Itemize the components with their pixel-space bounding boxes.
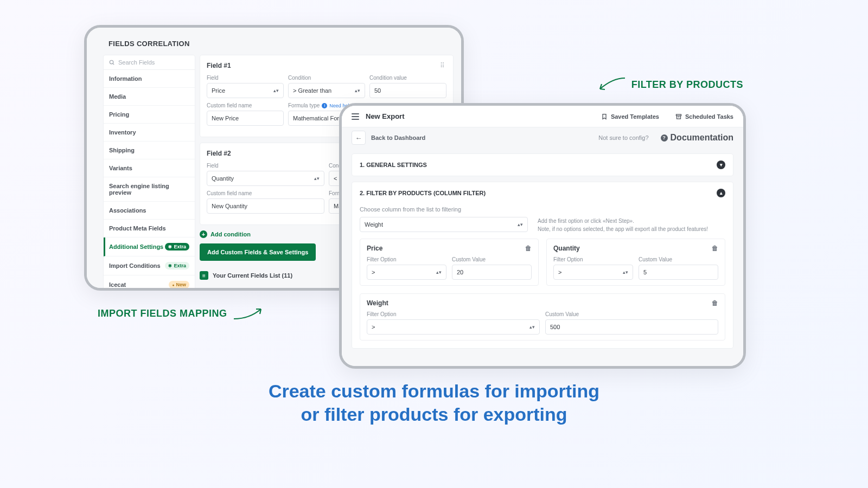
marketing-caption: Create custom formulas for importingor f…: [0, 380, 868, 426]
field-select[interactable]: Quantity▴▾: [207, 171, 324, 186]
svg-rect-4: [676, 114, 681, 116]
custom-field-name-input[interactable]: New Price: [207, 111, 284, 126]
fields-sidebar: Search Fields InformationMediaPricingInv…: [103, 55, 195, 288]
filter-products-section: 2. FILTER BY PRODUCTS (COLUMN FILTER) ▴ …: [352, 182, 733, 349]
new-export-panel: New Export Saved Templates Scheduled Tas…: [339, 103, 746, 369]
trash-icon[interactable]: 🗑: [525, 245, 532, 252]
sidebar-item-associations[interactable]: Associations: [104, 202, 195, 220]
chevron-updown-icon: ▴▾: [529, 325, 535, 330]
menu-icon[interactable]: [352, 113, 359, 120]
label-condition: Condition: [288, 75, 365, 81]
sidebar-item-inventory[interactable]: Inventory: [104, 124, 195, 142]
badge: Extra: [165, 262, 189, 269]
sidebar-item-label: Additional Settings: [109, 243, 163, 250]
label-custom-field-name: Custom field name: [207, 102, 284, 108]
label-field: Field: [207, 163, 324, 169]
sidebar-item-additional-settings[interactable]: Additional SettingsExtra: [104, 237, 195, 256]
sidebar-item-label: Information: [109, 75, 142, 82]
sidebar-item-media[interactable]: Media: [104, 88, 195, 106]
filter-note: Add the first option or click «Next Step…: [538, 217, 708, 233]
plus-icon: +: [200, 230, 207, 238]
chevron-updown-icon: ▴▾: [355, 88, 360, 93]
callout-filter-products: FILTER BY PRODUCTS: [597, 77, 743, 92]
documentation-link[interactable]: ?Documentation: [661, 133, 733, 143]
bookmark-icon: [601, 113, 608, 120]
back-button[interactable]: ←: [352, 131, 366, 145]
sidebar-item-import-conditions[interactable]: Import ConditionsExtra: [104, 256, 195, 275]
chevron-updown-icon: ▴▾: [314, 176, 320, 181]
badge: Extra: [165, 243, 189, 251]
arrow-icon: [597, 77, 626, 92]
field-select[interactable]: Price▴▾: [207, 83, 284, 98]
chevron-updown-icon: ▴▾: [623, 270, 628, 275]
filter-option-select[interactable]: >▴▾: [553, 265, 633, 280]
sidebar-item-shipping[interactable]: Shipping: [104, 142, 195, 159]
sidebar-item-icecat[interactable]: IcecatNew: [104, 275, 195, 288]
filter-products-header[interactable]: 2. FILTER BY PRODUCTS (COLUMN FILTER) ▴: [352, 182, 733, 204]
sidebar-item-label: Search engine listing preview: [109, 183, 189, 196]
chevron-down-icon: ▾: [717, 160, 725, 169]
page-title: New Export: [366, 112, 405, 120]
sidebar-item-label: Product Meta Fields: [109, 225, 166, 232]
label-filter-option: Filter Option: [367, 256, 446, 262]
sidebar-item-search-engine-listing-preview[interactable]: Search engine listing preview: [104, 177, 195, 202]
custom-value-input[interactable]: 5: [639, 265, 718, 280]
condition-select[interactable]: > Greater than▴▾: [288, 83, 365, 98]
svg-line-1: [113, 63, 114, 64]
column-select[interactable]: Weight▴▾: [360, 217, 528, 232]
badge: New: [169, 281, 189, 288]
label-filter-option: Filter Option: [367, 311, 540, 317]
panel-title: FIELDS CORRELATION: [108, 40, 190, 48]
trash-icon[interactable]: 🗑: [712, 299, 718, 307]
condition-value-input[interactable]: 50: [369, 83, 446, 98]
label-condition-value: Condition value: [369, 75, 446, 81]
search-icon: [109, 60, 115, 66]
current-fields-label: Your Current Fields List (11): [213, 272, 292, 279]
saved-templates-link[interactable]: Saved Templates: [601, 113, 659, 120]
sidebar-item-information[interactable]: Information: [104, 70, 195, 88]
filter-option-select[interactable]: >▴▾: [367, 319, 540, 335]
chevron-updown-icon: ▴▾: [273, 88, 279, 93]
label-custom-value: Custom Value: [639, 256, 718, 262]
list-icon: ≡: [200, 271, 208, 280]
save-settings-button[interactable]: Add Custom Fields & Save Settings: [200, 243, 316, 261]
filter-card-title: Quantity🗑: [553, 245, 718, 252]
label-field: Field: [207, 75, 284, 81]
label-custom-value: Custom Value: [452, 256, 532, 262]
filter-card-title: Weight🗑: [367, 299, 718, 307]
sidebar-item-product-meta-fields[interactable]: Product Meta Fields: [104, 220, 195, 237]
sidebar-item-label: Icecat: [109, 281, 126, 288]
sidebar-item-pricing[interactable]: Pricing: [104, 106, 195, 124]
arrow-icon: [233, 306, 265, 321]
general-settings-header[interactable]: 1. GENERAL SETTINGS ▾: [352, 154, 733, 176]
export-header: New Export Saved Templates Scheduled Tas…: [342, 106, 743, 127]
filter-card-title: Price🗑: [367, 245, 532, 252]
scheduled-tasks-link[interactable]: Scheduled Tasks: [675, 113, 733, 120]
sidebar-item-label: Import Conditions: [109, 262, 161, 269]
sidebar-item-label: Associations: [109, 207, 146, 214]
filter-option-select[interactable]: >▴▾: [367, 265, 446, 280]
help-icon: ?: [661, 134, 668, 142]
archive-icon: [675, 113, 682, 120]
drag-handle-icon[interactable]: ⠿: [440, 62, 446, 69]
sidebar-item-label: Pricing: [109, 111, 129, 118]
info-icon[interactable]: i: [322, 103, 327, 108]
custom-field-name-input[interactable]: New Quantity: [207, 198, 324, 214]
custom-value-input[interactable]: 20: [452, 265, 532, 280]
config-hint: Not sure to config?: [598, 134, 648, 141]
filter-card-quantity: Quantity🗑Filter Option>▴▾Custom Value5: [546, 239, 725, 286]
sidebar-item-label: Shipping: [109, 147, 135, 153]
search-placeholder: Search Fields: [118, 59, 155, 66]
custom-value-input[interactable]: 500: [545, 319, 718, 335]
sidebar-item-variants[interactable]: Variants: [104, 159, 195, 177]
callout-import-mapping: IMPORT FIELDS MAPPING: [98, 306, 265, 321]
choose-column-hint: Choose column from the list to filtering: [360, 206, 725, 213]
search-fields-input[interactable]: Search Fields: [104, 55, 195, 70]
sidebar-item-label: Variants: [109, 165, 132, 171]
filter-card-weight: Weight🗑Filter Option>▴▾Custom Value500: [360, 293, 725, 341]
sidebar-item-label: Inventory: [109, 129, 136, 136]
trash-icon[interactable]: 🗑: [712, 245, 718, 252]
back-label: Back to Dashboard: [371, 134, 425, 141]
svg-point-0: [110, 60, 113, 63]
chevron-updown-icon: ▴▾: [436, 270, 442, 275]
